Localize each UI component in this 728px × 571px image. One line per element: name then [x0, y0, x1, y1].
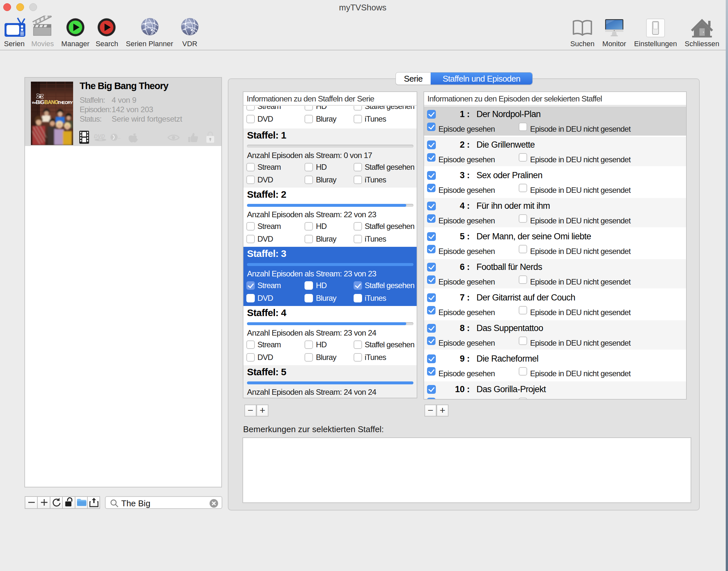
- svg-text:THEORY: THEORY: [57, 100, 73, 105]
- svg-text:BANG: BANG: [44, 100, 58, 105]
- svg-text:the: the: [32, 101, 36, 104]
- svg-text:BiG: BiG: [36, 100, 44, 105]
- svg-text:DVD: DVD: [94, 134, 105, 139]
- svg-text:..: ..: [118, 135, 121, 140]
